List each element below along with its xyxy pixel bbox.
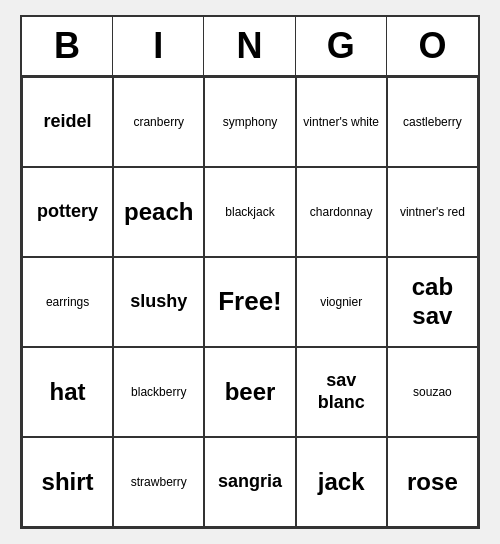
bingo-cell-r2-c1: slushy <box>113 257 204 347</box>
bingo-cell-r1-c4: vintner's red <box>387 167 478 257</box>
bingo-grid: reidelcranberrysymphonyvintner's whiteca… <box>22 77 478 527</box>
bingo-header: BINGO <box>22 17 478 77</box>
bingo-header-letter-g: G <box>296 17 387 75</box>
bingo-cell-r3-c3: sav blanc <box>296 347 387 437</box>
bingo-cell-r2-c3: viognier <box>296 257 387 347</box>
bingo-cell-r3-c2: beer <box>204 347 295 437</box>
bingo-cell-r0-c3: vintner's white <box>296 77 387 167</box>
bingo-header-letter-b: B <box>22 17 113 75</box>
bingo-cell-r4-c0: shirt <box>22 437 113 527</box>
bingo-cell-r4-c3: jack <box>296 437 387 527</box>
bingo-cell-r4-c2: sangria <box>204 437 295 527</box>
bingo-cell-r4-c1: strawberry <box>113 437 204 527</box>
bingo-cell-r3-c4: souzao <box>387 347 478 437</box>
bingo-cell-r2-c2: Free! <box>204 257 295 347</box>
bingo-cell-r0-c4: castleberry <box>387 77 478 167</box>
bingo-cell-r1-c1: peach <box>113 167 204 257</box>
bingo-cell-r2-c4: cab sav <box>387 257 478 347</box>
bingo-cell-r1-c0: pottery <box>22 167 113 257</box>
bingo-cell-r1-c3: chardonnay <box>296 167 387 257</box>
bingo-header-letter-n: N <box>204 17 295 75</box>
bingo-header-letter-i: I <box>113 17 204 75</box>
bingo-cell-r2-c0: earrings <box>22 257 113 347</box>
bingo-cell-r4-c4: rose <box>387 437 478 527</box>
bingo-cell-r0-c2: symphony <box>204 77 295 167</box>
bingo-cell-r0-c0: reidel <box>22 77 113 167</box>
bingo-header-letter-o: O <box>387 17 478 75</box>
bingo-cell-r0-c1: cranberry <box>113 77 204 167</box>
bingo-card: BINGO reidelcranberrysymphonyvintner's w… <box>20 15 480 529</box>
bingo-cell-r3-c0: hat <box>22 347 113 437</box>
bingo-cell-r1-c2: blackjack <box>204 167 295 257</box>
bingo-cell-r3-c1: blackberry <box>113 347 204 437</box>
